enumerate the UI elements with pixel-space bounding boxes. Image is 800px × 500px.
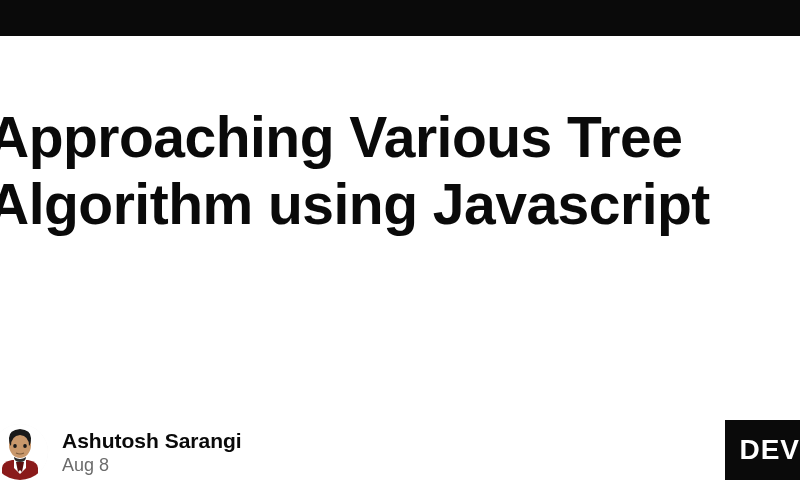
author-avatar (0, 424, 48, 480)
publish-date: Aug 8 (62, 455, 242, 476)
content-area: Approaching Various Tree Algorithm using… (0, 36, 800, 237)
title-line-2: Algorithm using Javascript (0, 172, 710, 236)
top-bar (0, 0, 800, 36)
svg-point-2 (13, 444, 17, 448)
article-title: Approaching Various Tree Algorithm using… (0, 104, 800, 237)
dev-badge: DEV (725, 420, 800, 480)
byline: Ashutosh Sarangi Aug 8 (0, 424, 242, 480)
title-line-1: Approaching Various Tree (0, 105, 682, 169)
svg-point-3 (23, 444, 27, 448)
author-name: Ashutosh Sarangi (62, 429, 242, 453)
author-block: Ashutosh Sarangi Aug 8 (62, 429, 242, 476)
